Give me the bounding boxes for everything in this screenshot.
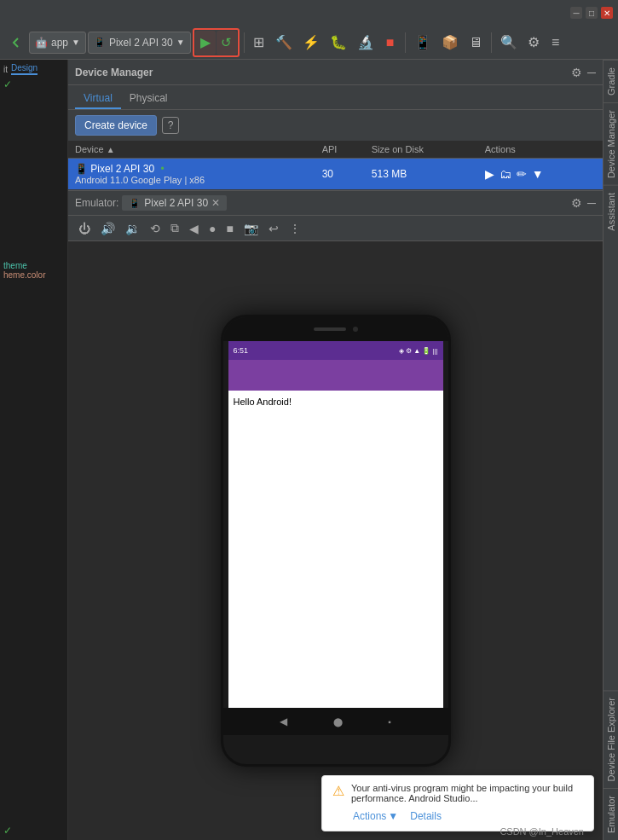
tab-design[interactable]: Design	[11, 63, 38, 75]
right-tab-gradle[interactable]: Gradle	[604, 60, 618, 102]
warning-icon: ⚠	[332, 783, 344, 799]
emu-volume-up-btn[interactable]: 🔊	[97, 220, 118, 237]
device-table: Device ▲ API Size on Disk Actions 📱	[68, 141, 603, 190]
create-device-button[interactable]: Create device	[75, 115, 157, 136]
emulator-tab[interactable]: 📱 Pixel 2 API 30 ✕	[122, 195, 227, 211]
emulator-collapse[interactable]: ─	[587, 196, 596, 210]
stop-button[interactable]: ■	[380, 31, 401, 55]
code-area: it Design ✓ theme heme.color	[0, 60, 67, 821]
close-button[interactable]: ✕	[601, 7, 613, 19]
phone-speaker	[314, 327, 346, 331]
right-panel: Gradle Device Manager Assistant Device F…	[603, 60, 618, 840]
search-toolbar-button[interactable]: 🔍	[496, 31, 522, 55]
app-label: app	[51, 37, 68, 49]
nav-recent-btn[interactable]: ▪	[388, 717, 391, 727]
toolbar-sep-1	[244, 32, 245, 53]
chevron-down-icon: ▼	[388, 810, 398, 822]
run-device-button[interactable]: ▶	[485, 167, 494, 181]
notification-actions: Actions ▼ Details	[332, 808, 583, 824]
emu-dot-btn[interactable]: ●	[205, 220, 219, 237]
device-dot: •	[160, 163, 164, 175]
notification-bar: ⚠ Your anti-virus program might be impac…	[321, 775, 594, 831]
phone-container: 6:51 ◈ ⚙ ▲ 🔋 |||	[68, 241, 603, 840]
maximize-button[interactable]: □	[586, 7, 598, 19]
avd-manager-button[interactable]: 📱	[410, 31, 436, 55]
nav-back-btn[interactable]: ◀	[280, 715, 287, 727]
settings-toolbar-button[interactable]: ⚙	[523, 31, 544, 55]
check-mark-1: ✓	[3, 78, 64, 90]
device-tabs-bar: Virtual Physical	[68, 85, 603, 110]
code-line-color: heme.color	[3, 270, 64, 280]
tab-virtual[interactable]: Virtual	[75, 89, 121, 109]
center-panel: Device Manager ⚙ ─ Virtual Physical Crea…	[68, 60, 603, 840]
layout-inspector-button[interactable]: ⊞	[249, 31, 269, 55]
minimize-button[interactable]: ─	[570, 7, 582, 19]
right-tab-device-file-explorer[interactable]: Device File Explorer	[604, 690, 618, 788]
phone-content: Hello Android!	[228, 391, 443, 708]
actions-dropdown-button[interactable]: Actions ▼	[353, 808, 398, 824]
cell-api: 30	[315, 159, 365, 190]
status-icon-wifi: 🔋	[422, 347, 430, 355]
profile-button[interactable]: ⚡	[298, 31, 324, 55]
rerun-button[interactable]: ↺	[217, 31, 237, 55]
device-sub: Android 11.0 Google Play | x86	[75, 175, 309, 185]
device-manager-collapse[interactable]: ─	[587, 66, 596, 79]
analyze-button[interactable]: 🔬	[353, 31, 378, 55]
emu-power-btn[interactable]: ⏻	[75, 220, 94, 237]
help-button[interactable]: ?	[162, 117, 179, 134]
table-row[interactable]: 📱 Pixel 2 API 30 • Android 11.0 Google P…	[68, 159, 603, 190]
app-dropdown[interactable]: 🤖 app ▼	[29, 32, 86, 54]
tab-it[interactable]: it	[3, 65, 8, 74]
emulator-tab-label: Pixel 2 API 30	[144, 197, 208, 209]
run-button[interactable]: ▶	[195, 31, 216, 55]
edit-device-button[interactable]: ✏	[517, 167, 527, 181]
device-toolbar: Create device ?	[68, 110, 603, 141]
emu-rotate-btn[interactable]: ⟲	[147, 220, 164, 237]
device-manager-icons: ⚙ ─	[571, 66, 596, 79]
nav-home-btn[interactable]: ⬤	[333, 717, 343, 727]
emulator-gear[interactable]: ⚙	[571, 196, 582, 210]
main-wrapper: it Design ✓ theme heme.color ✓ Device Ma…	[0, 60, 618, 840]
sdk-manager-button[interactable]: 📦	[437, 31, 463, 55]
main-toolbar: 🤖 app ▼ 📱 Pixel 2 API 30 ▼ ▶ ↺ ⊞ 🔨 ⚡ 🐛 🔬…	[0, 26, 618, 60]
emu-menu-btn[interactable]: ⋮	[286, 220, 304, 237]
more-device-button[interactable]: ▼	[532, 167, 544, 181]
emu-stop-btn[interactable]: ■	[222, 220, 236, 237]
phone-nav-bar[interactable]: ◀ ⬤ ▪	[223, 708, 448, 735]
phone-time: 6:51	[234, 346, 249, 355]
emu-camera-btn[interactable]: 📷	[240, 220, 262, 237]
emulator-title: Emulator: 📱 Pixel 2 API 30 ✕	[75, 195, 227, 211]
tabs-row: it Design	[3, 63, 64, 75]
col-device[interactable]: Device ▲	[68, 141, 315, 159]
device-name: 📱 Pixel 2 API 30 •	[75, 163, 309, 175]
build-button[interactable]: 🔨	[271, 31, 297, 55]
phone-screen[interactable]: 6:51 ◈ ⚙ ▲ 🔋 |||	[228, 341, 443, 708]
emu-prev-btn[interactable]: ◀	[186, 220, 202, 237]
debug-button[interactable]: 🐛	[326, 31, 351, 55]
phone-app-bar	[228, 360, 443, 391]
right-tab-device-manager[interactable]: Device Manager	[604, 102, 618, 185]
device-icon: 📱	[75, 163, 88, 175]
tab-physical[interactable]: Physical	[121, 89, 176, 109]
details-button[interactable]: Details	[405, 808, 447, 824]
notification-content: ⚠ Your anti-virus program might be impac…	[332, 783, 583, 803]
emu-undo-btn[interactable]: ↩	[265, 220, 282, 237]
action-icons: ▶ 🗂 ✏ ▼	[485, 167, 596, 181]
emulator-toolbar: ⏻ 🔊 🔉 ⟲ ⧉ ◀ ● ■ 📷 ↩ ⋮	[68, 216, 603, 241]
wipe-device-button[interactable]: 🗂	[500, 167, 511, 181]
right-tab-emulator[interactable]: Emulator	[604, 788, 618, 840]
device-dropdown[interactable]: 📱 Pixel 2 API 30 ▼	[88, 32, 191, 54]
more-toolbar-button[interactable]: ≡	[546, 31, 566, 55]
phone-frame: 6:51 ◈ ⚙ ▲ 🔋 |||	[221, 315, 451, 767]
device-mgr-toolbar-button[interactable]: 🖥	[465, 31, 487, 55]
right-tab-assistant[interactable]: Assistant	[604, 185, 618, 238]
device-manager-gear[interactable]: ⚙	[571, 66, 582, 79]
phone-status-bar: 6:51 ◈ ⚙ ▲ 🔋 |||	[228, 341, 443, 360]
device-label: Pixel 2 API 30	[109, 37, 173, 49]
emu-volume-down-btn[interactable]: 🔉	[122, 220, 143, 237]
title-bar: ─ □ ✕	[0, 0, 618, 26]
emu-fold-btn[interactable]: ⧉	[167, 219, 182, 237]
emulator-header: Emulator: 📱 Pixel 2 API 30 ✕ ⚙ ─	[68, 190, 603, 216]
emulator-tab-close[interactable]: ✕	[211, 197, 220, 209]
back-button[interactable]	[5, 31, 27, 55]
